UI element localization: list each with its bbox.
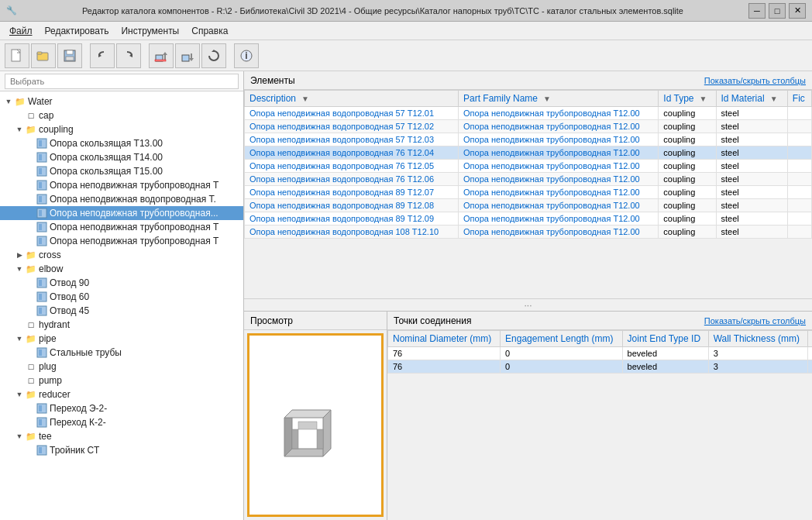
tree-item-water[interactable]: ▼ 📁 Water bbox=[0, 95, 243, 108]
tree-item-t1[interactable]: Тройник СТ bbox=[0, 443, 243, 457]
preview-header: Просмотр bbox=[244, 312, 387, 330]
tree-node-icon bbox=[36, 221, 48, 233]
cell-desc: Опора неподвижная водопроводная 89 Т12.0… bbox=[245, 186, 459, 199]
expand-icon[interactable]: ▼ bbox=[3, 96, 14, 107]
list-item[interactable]: 76 0 beveled 3 76 bbox=[388, 360, 813, 374]
tree-item-cap[interactable]: □ cap bbox=[0, 108, 243, 122]
tree-item-elbow[interactable]: ▼ 📁 elbow bbox=[0, 262, 243, 276]
col-idt[interactable]: Id Type ▼ bbox=[659, 91, 716, 107]
filter-desc-icon[interactable]: ▼ bbox=[301, 95, 309, 103]
connections-table-container[interactable]: Nominal Diameter (mm) Engagement Length … bbox=[387, 330, 812, 520]
tree-item-plug[interactable]: □ plug bbox=[0, 360, 243, 374]
tree-item-c6[interactable]: Опора неподвижная трубопроводная... bbox=[0, 206, 243, 220]
save-button[interactable] bbox=[57, 43, 82, 68]
table-row[interactable]: Опора неподвижная водопроводная 76 Т12.0… bbox=[245, 146, 812, 160]
col-jetid[interactable]: Joint End Type ID bbox=[622, 331, 708, 347]
tree-item-p1[interactable]: Стальные трубы bbox=[0, 346, 243, 360]
cell-pfn: Опора неподвижная трубопроводная Т12.00 bbox=[459, 186, 659, 199]
col-pfn[interactable]: Part Family Name ▼ bbox=[459, 91, 659, 107]
export-button[interactable] bbox=[175, 43, 200, 68]
tree-item-tee[interactable]: ▼ 📁 tee bbox=[0, 429, 243, 443]
info-button[interactable]: i bbox=[234, 43, 259, 68]
redo-button[interactable] bbox=[116, 43, 141, 68]
show-hide-elements-button[interactable]: Показать/скрыть столбцы bbox=[704, 76, 806, 85]
tree-item-c8[interactable]: Опора неподвижная трубопроводная Т bbox=[0, 234, 243, 248]
tree-item-c3[interactable]: Опора скользящая Т15.00 bbox=[0, 164, 243, 178]
menu-file[interactable]: Файл bbox=[3, 24, 39, 38]
col-desc[interactable]: Description ▼ bbox=[245, 91, 459, 107]
tree-label: cross bbox=[39, 250, 61, 260]
restore-button[interactable]: □ bbox=[769, 3, 786, 19]
tree-item-pump[interactable]: □ pump bbox=[0, 374, 243, 387]
show-hide-connections-button[interactable]: Показать/скрыть столбцы bbox=[704, 316, 806, 325]
svg-rect-31 bbox=[39, 224, 42, 230]
tree-item-c4[interactable]: Опора неподвижная трубопроводная Т bbox=[0, 178, 243, 192]
col-idm[interactable]: Id Material ▼ bbox=[716, 91, 787, 107]
import-button[interactable] bbox=[149, 43, 174, 68]
search-input[interactable] bbox=[5, 74, 239, 89]
filter-idt-icon[interactable]: ▼ bbox=[700, 95, 707, 103]
expand-icon[interactable]: ▼ bbox=[14, 124, 25, 135]
tree-item-hydrant[interactable]: □ hydrant bbox=[0, 318, 243, 332]
tree-item-e1[interactable]: Отвод 90 bbox=[0, 276, 243, 290]
svg-marker-13 bbox=[189, 58, 194, 61]
tree-item-cross[interactable]: ▶ 📁 cross bbox=[0, 248, 243, 262]
cell-idm: steel bbox=[716, 146, 787, 160]
table-row[interactable]: Опора неподвижная водопроводная 57 Т12.0… bbox=[245, 107, 812, 120]
expand-icon bbox=[25, 166, 36, 177]
list-item[interactable]: 76 0 beveled 3 76 bbox=[388, 347, 813, 360]
new-button[interactable] bbox=[5, 43, 29, 68]
undo-button[interactable] bbox=[90, 43, 115, 68]
expand-icon bbox=[14, 110, 25, 121]
menu-tools[interactable]: Инструменты bbox=[115, 24, 185, 38]
cell-desc: Опора неподвижная водопроводная 76 Т12.0… bbox=[245, 173, 459, 186]
expand-icon[interactable]: ▼ bbox=[14, 333, 25, 344]
filter-idm-icon[interactable]: ▼ bbox=[770, 95, 778, 103]
tree-container[interactable]: ▼ 📁 Water □ cap ▼ 📁 coupling Опора ско bbox=[0, 91, 243, 520]
expand-icon[interactable]: ▼ bbox=[14, 389, 25, 400]
table-row[interactable]: Опора неподвижная водопроводная 108 Т12.… bbox=[245, 226, 812, 239]
table-row[interactable]: Опора неподвижная водопроводная 57 Т12.0… bbox=[245, 133, 812, 146]
tree-item-c1[interactable]: Опора скользящая Т13.00 bbox=[0, 136, 243, 150]
close-button[interactable]: ✕ bbox=[789, 3, 806, 19]
table-row[interactable]: Опора неподвижная водопроводная 89 Т12.0… bbox=[245, 186, 812, 199]
open-button[interactable] bbox=[31, 43, 56, 68]
tree-item-r1[interactable]: Переход Э-2- bbox=[0, 401, 243, 415]
tree-item-e2[interactable]: Отвод 60 bbox=[0, 290, 243, 304]
col-nd[interactable]: Nominal Diameter (mm) bbox=[388, 331, 501, 347]
tree-item-c5[interactable]: Опора неподвижная водопроводная Т. bbox=[0, 192, 243, 206]
minimize-button[interactable]: ─ bbox=[748, 3, 766, 19]
expand-icon[interactable]: ▼ bbox=[14, 431, 25, 442]
tree-item-c2[interactable]: Опора скользящая Т14.00 bbox=[0, 150, 243, 164]
tree-item-r2[interactable]: Переход К-2- bbox=[0, 415, 243, 429]
tree-item-coupling[interactable]: ▼ 📁 coupling bbox=[0, 122, 243, 136]
col-fic[interactable]: Fic bbox=[787, 91, 811, 107]
table-row[interactable]: Опора неподвижная водопроводная 57 Т12.0… bbox=[245, 120, 812, 133]
expand-icon[interactable]: ▼ bbox=[14, 263, 25, 274]
cell-idm: steel bbox=[716, 133, 787, 146]
svg-rect-45 bbox=[39, 419, 42, 425]
table-row[interactable]: Опора неподвижная водопроводная 89 Т12.0… bbox=[245, 212, 812, 226]
table-row[interactable]: Опора неподвижная водопроводная 89 Т12.0… bbox=[245, 199, 812, 212]
menu-edit[interactable]: Редактировать bbox=[39, 24, 115, 38]
title-bar-text: Редактор каталога компонентов - R:\2 - Б… bbox=[17, 6, 748, 15]
cell-pfn: Опора неподвижная трубопроводная Т12.00 bbox=[459, 173, 659, 186]
tree-item-pipe[interactable]: ▼ 📁 pipe bbox=[0, 332, 243, 346]
menu-help[interactable]: Справка bbox=[185, 24, 234, 38]
table-row[interactable]: Опора неподвижная водопроводная 76 Т12.0… bbox=[245, 160, 812, 173]
elements-title: Элементы bbox=[250, 75, 295, 86]
expand-icon[interactable]: ▶ bbox=[14, 250, 25, 260]
col-el[interactable]: Engagement Length (mm) bbox=[501, 331, 623, 347]
tree-item-c7[interactable]: Опора неподвижная трубопроводная Т bbox=[0, 220, 243, 234]
connections-table: Nominal Diameter (mm) Engagement Length … bbox=[387, 330, 812, 374]
tree-item-e3[interactable]: Отвод 45 bbox=[0, 304, 243, 318]
col-wt[interactable]: Wall Thickness (mm) bbox=[708, 331, 808, 347]
tree-item-reducer[interactable]: ▼ 📁 reducer bbox=[0, 387, 243, 401]
col-od[interactable]: Outer D bbox=[808, 331, 812, 347]
table-row[interactable]: Опора неподвижная водопроводная 76 Т12.0… bbox=[245, 173, 812, 186]
refresh-button[interactable] bbox=[201, 43, 226, 68]
elements-table-container[interactable]: Description ▼ Part Family Name ▼ Id Type… bbox=[244, 90, 812, 298]
tree-node-icon: □ bbox=[25, 109, 37, 122]
filter-pfn-icon[interactable]: ▼ bbox=[543, 95, 551, 103]
menu-bar: Файл Редактировать Инструменты Справка bbox=[0, 22, 812, 40]
